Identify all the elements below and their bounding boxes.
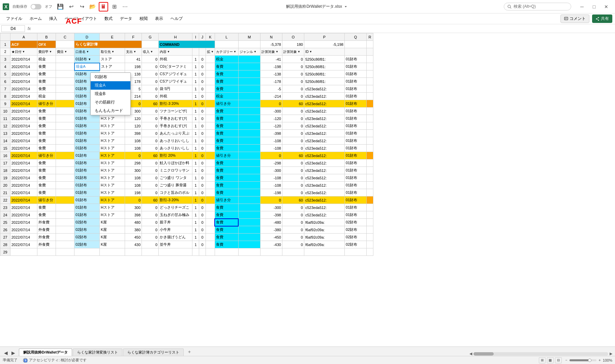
cell-I11[interactable]: 1	[192, 115, 199, 122]
cell-G17[interactable]: 0	[142, 159, 159, 167]
tab-1[interactable]: らくな家計簿変換リスト	[73, 348, 122, 356]
cell-Q20[interactable]: 01財布	[344, 182, 366, 189]
cell-G8[interactable]: 0	[142, 93, 159, 100]
col-header-N[interactable]: N	[260, 33, 282, 41]
cell-C21[interactable]	[56, 189, 74, 196]
cell-Q7[interactable]: 01財布	[344, 85, 366, 93]
cell-H13[interactable]: あんたっぷり天ぷ	[159, 130, 192, 137]
cell-M3[interactable]	[238, 56, 260, 63]
cell-A2[interactable]: ★日付▼	[10, 48, 37, 56]
cell-H22[interactable]: 割引-3 20%	[159, 196, 192, 204]
cell-A19[interactable]: 2022/07/14	[10, 174, 37, 182]
cell-O5[interactable]: 0	[282, 70, 304, 78]
cell-H9[interactable]: 割引-3 20%	[159, 100, 192, 108]
cell-G27[interactable]: 0	[142, 234, 159, 241]
cell-C18[interactable]	[56, 167, 74, 174]
cell-C15[interactable]	[56, 145, 74, 152]
cell-I27[interactable]: 1	[192, 234, 199, 241]
cell-F15[interactable]: 108	[125, 145, 142, 152]
cell-L16[interactable]: 値引き分	[215, 152, 238, 159]
cell-A10[interactable]: 2022/07/14	[10, 108, 37, 115]
cell-M27[interactable]	[238, 234, 260, 241]
cell-K15[interactable]	[206, 145, 215, 152]
cell-D28[interactable]: 02財布	[74, 241, 100, 248]
cell-D14[interactable]: 01財布	[74, 137, 100, 145]
cell-H20[interactable]: ごつ盛り 豚骨醤	[159, 182, 192, 189]
cell-Q16[interactable]: 01財布	[344, 152, 366, 159]
cell-L26[interactable]: 食費	[215, 226, 238, 234]
cell-D24[interactable]: 01財布	[74, 211, 100, 219]
filter-P2[interactable]: ID▼	[305, 50, 312, 54]
cell-N23[interactable]: -300	[260, 204, 282, 211]
cell-B20[interactable]: 食費	[37, 182, 56, 189]
menu-data[interactable]: データ	[117, 14, 135, 23]
cell-N25[interactable]: -480	[260, 219, 282, 226]
cell-Q11[interactable]: 01財布	[344, 115, 366, 122]
cell-A4[interactable]: 2022/07/14	[10, 63, 37, 70]
scrollbar-thumb[interactable]	[473, 352, 494, 356]
cell-M24[interactable]	[238, 211, 260, 219]
formula-input[interactable]	[33, 26, 614, 31]
cell-E17[interactable]: Hストア	[100, 159, 125, 167]
cell-Q27[interactable]: 02財布	[344, 234, 366, 241]
cell-E2[interactable]: 取引先▼	[100, 48, 125, 56]
cell-P22[interactable]: c523eda512:	[304, 196, 344, 204]
col-header-B[interactable]: B	[37, 33, 56, 41]
cell-B2[interactable]: 費目甲▼	[37, 48, 56, 56]
cell-A5[interactable]: 2022/07/14	[10, 70, 37, 78]
cell-I15[interactable]: 1	[192, 145, 199, 152]
cell-D15[interactable]: 01財布	[74, 145, 100, 152]
cell-K25[interactable]	[206, 219, 215, 226]
cell-B15[interactable]: 食費	[37, 145, 56, 152]
filter-M2[interactable]: ジャンル▼	[240, 50, 256, 54]
cell-E11[interactable]: Hストア	[100, 115, 125, 122]
cell-K27[interactable]	[206, 234, 215, 241]
cell-B1[interactable]: OFX	[37, 41, 56, 48]
col-header-H[interactable]: H	[159, 33, 192, 41]
cell-O23[interactable]: 0	[282, 204, 304, 211]
cell-L21[interactable]: 食費	[215, 189, 238, 196]
cell-F24[interactable]: 398	[125, 211, 142, 219]
cell-C25[interactable]	[56, 219, 74, 226]
cell-J13[interactable]: 0	[199, 130, 206, 137]
cell-C27[interactable]	[56, 234, 74, 241]
cell-M2[interactable]: ジャンル▼	[238, 48, 260, 56]
cell-D18[interactable]: 01財布	[74, 167, 100, 174]
cell-H8[interactable]: 外税	[159, 93, 192, 100]
cell-F11[interactable]: 120	[125, 115, 142, 122]
cell-N10[interactable]: -300	[260, 108, 282, 115]
col-header-P[interactable]: P	[304, 33, 344, 41]
cell-G23[interactable]: 0	[142, 204, 159, 211]
cell-M12[interactable]	[238, 122, 260, 130]
cell-K5[interactable]	[206, 70, 215, 78]
next-sheet-btn[interactable]: ▶	[10, 350, 16, 356]
cell-M20[interactable]	[238, 182, 260, 189]
cell-O9[interactable]: 60	[282, 100, 304, 108]
cell-A20[interactable]: 2022/07/14	[10, 182, 37, 189]
cell-A25[interactable]: 2022/07/14	[10, 219, 37, 226]
cell-L25[interactable]: 食費	[215, 219, 238, 226]
cell-N20[interactable]: -108	[260, 182, 282, 189]
cell-Q21[interactable]: 01財布	[344, 189, 366, 196]
cell-O19[interactable]: 0	[282, 174, 304, 182]
cell-O4[interactable]: 0	[282, 63, 304, 70]
cell-N3[interactable]: -41	[260, 56, 282, 63]
cell-I25[interactable]: 1	[192, 219, 199, 226]
cell-M10[interactable]	[238, 108, 260, 115]
cell-P18[interactable]: c523eda512:	[304, 167, 344, 174]
cell-K16[interactable]	[206, 152, 215, 159]
normal-view-btn[interactable]: ⊞	[539, 357, 546, 363]
cell-C6[interactable]	[56, 78, 74, 85]
cell-J9[interactable]: 0	[199, 100, 206, 108]
cell-E19[interactable]: Hストア	[100, 174, 125, 182]
cell-J16[interactable]: 0	[199, 152, 206, 159]
cell-O10[interactable]: 0	[282, 108, 304, 115]
cell-I23[interactable]: 1	[192, 204, 199, 211]
cell-F26[interactable]: 380	[125, 226, 142, 234]
cell-L22[interactable]: 値引き分	[215, 196, 238, 204]
cell-H18[interactable]: ミニクロワッサン	[159, 167, 192, 174]
menu-help[interactable]: ヘルプ	[167, 14, 186, 23]
cell-F16[interactable]: 0	[125, 152, 142, 159]
cell-J6[interactable]: 0	[199, 78, 206, 85]
cell-M4[interactable]	[238, 63, 260, 70]
